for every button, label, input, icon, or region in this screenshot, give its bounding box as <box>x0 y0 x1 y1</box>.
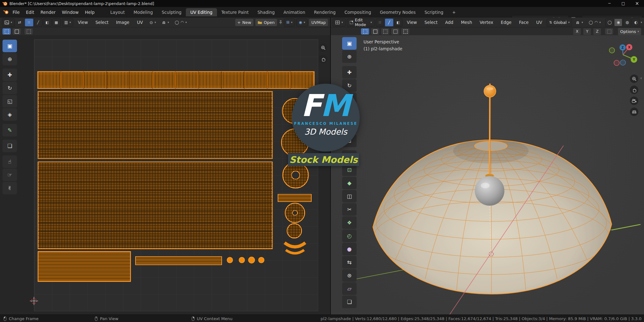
mesh-mode-edge[interactable]: ╱ <box>385 19 393 26</box>
vp-menu-select[interactable]: Select <box>421 17 441 28</box>
uv-island-disc[interactable] <box>285 203 305 223</box>
axis-neg-y[interactable] <box>609 48 615 53</box>
tool-move[interactable]: ✚ <box>3 69 17 81</box>
proportional-editing-button[interactable]: ◯ ◠ ▾ <box>586 19 603 26</box>
vp-menu-vertex[interactable]: Vertex <box>476 17 496 28</box>
tab-scripting[interactable]: Scripting <box>420 8 448 16</box>
snap-button[interactable]: ▾ <box>573 19 585 26</box>
uv-mode-face[interactable]: ◧ <box>43 19 52 26</box>
chevron-down-icon[interactable]: ▾ <box>641 21 642 24</box>
tool-smooth[interactable]: ● <box>342 243 357 255</box>
select-extend-pill[interactable] <box>371 28 379 35</box>
tool-rotate[interactable]: ↻ <box>3 82 17 94</box>
select-subtract-pill[interactable] <box>381 28 389 35</box>
shading-material-icon[interactable]: ◍ <box>623 19 631 26</box>
mode-dropdown[interactable]: Edit Mode ▾ <box>347 19 375 26</box>
tool-spin[interactable]: ◴ <box>342 230 357 242</box>
options-button[interactable]: Options ▾ <box>618 28 641 36</box>
transform-orientation-dropdown[interactable]: ⇅ Global ▾ <box>547 19 572 26</box>
tool-annotate[interactable]: ✎ <box>3 124 17 136</box>
uv-canvas[interactable]: ▣ ⊕ ✚ ↻ ◱ ◈ ✎ ❏ ☝ ☞ ✌ <box>0 35 330 314</box>
mirror-z-button[interactable]: Z <box>593 28 601 35</box>
tool-poly-build[interactable]: ❖ <box>342 216 357 229</box>
tool-rip-region[interactable]: ❏ <box>3 140 17 152</box>
minimize-button[interactable]: ─ <box>602 0 616 7</box>
menu-help[interactable]: Help <box>82 7 98 18</box>
uv-tool-option-pill[interactable] <box>25 28 33 35</box>
tool-tweak-select[interactable]: ▣ <box>342 37 357 50</box>
light-bulb[interactable] <box>475 176 504 206</box>
snap-button[interactable]: ▾ <box>159 19 171 26</box>
tab-geometry-nodes[interactable]: Geometry Nodes <box>375 8 420 16</box>
select-intersect-pill[interactable] <box>401 28 409 35</box>
lampshade-mesh[interactable] <box>373 138 612 294</box>
tab-animation[interactable]: Animation <box>279 8 310 16</box>
uv-island-small-disc[interactable] <box>287 224 302 238</box>
vp-zoom-button[interactable] <box>630 75 638 83</box>
tool-grab[interactable]: ☝ <box>3 155 17 168</box>
axis-neg-z[interactable] <box>620 60 626 65</box>
shading-rendered-icon[interactable]: ◐ <box>632 19 640 26</box>
tool-cursor-2d[interactable]: ⊕ <box>3 53 17 65</box>
tool-tweak-select[interactable]: ▣ <box>3 40 17 52</box>
tool-shear[interactable]: ▱ <box>342 282 357 295</box>
uv-zoom-button[interactable] <box>319 43 327 52</box>
tab-shading[interactable]: Shading <box>253 8 279 16</box>
vp-menu-mesh[interactable]: Mesh <box>458 17 475 28</box>
vp-grid-ortho-button[interactable] <box>630 108 638 116</box>
snap-badge[interactable] <box>605 28 613 35</box>
editor-type-button[interactable]: ▾ <box>333 19 346 26</box>
uv-island-ring[interactable] <box>283 162 308 188</box>
uvmap-button[interactable]: UVMap <box>309 19 328 26</box>
uv-island-block-3[interactable] <box>38 252 130 281</box>
tab-compositing[interactable]: Compositing <box>340 8 375 16</box>
viewport-content[interactable]: User Perspective (1) pl2-lampshade ▣ ⊕ ✚… <box>331 35 644 314</box>
blender-menu-icon[interactable] <box>3 10 9 15</box>
tool-pinch[interactable]: ✌ <box>3 182 17 194</box>
vp-menu-add[interactable]: Add <box>442 17 457 28</box>
gizmos-dropdown[interactable]: ⊞ ▾ <box>284 19 295 26</box>
tool-scale[interactable]: ◱ <box>3 95 17 108</box>
vp-menu-face[interactable]: Face <box>516 17 532 28</box>
close-button[interactable]: × <box>630 0 644 7</box>
mirror-x-button[interactable]: X <box>573 28 581 35</box>
tool-move[interactable]: ✚ <box>342 66 357 79</box>
vp-menu-view[interactable]: View <box>404 17 420 28</box>
vp-menu-uv[interactable]: UV <box>533 17 545 28</box>
axis-neg-x[interactable] <box>614 60 619 66</box>
overlays-dropdown[interactable]: ◉ ▾ <box>296 19 308 26</box>
shading-wireframe-icon[interactable]: ◯ <box>605 19 613 26</box>
tab-texture-paint[interactable]: Texture Paint <box>217 8 253 16</box>
tool-edge-slide[interactable]: ⇆ <box>342 256 357 269</box>
sidebar-collapse-icon[interactable]: ‹ <box>640 75 642 80</box>
uv-island-thin-strip[interactable] <box>136 257 222 265</box>
open-image-button[interactable]: Open <box>255 19 277 26</box>
uv-menu-image[interactable]: Image <box>113 17 132 28</box>
tab-modeling[interactable]: Modeling <box>129 8 157 16</box>
vp-pan-button[interactable] <box>630 86 638 94</box>
vp-camera-view-button[interactable] <box>630 97 638 105</box>
tool-loop-cut[interactable]: ◫ <box>342 190 357 203</box>
uv-mode-edge[interactable]: ╱ <box>34 19 42 26</box>
navigation-gizmo[interactable]: Z X Y <box>608 40 637 69</box>
new-image-button[interactable]: + New <box>235 19 254 26</box>
shading-solid-icon[interactable]: ◉ <box>614 19 622 26</box>
tool-shrink-flatten[interactable]: ⊛ <box>342 269 357 282</box>
tool-relax[interactable]: ☞ <box>3 169 17 181</box>
proportional-editing-button[interactable]: ◯ ◠ ▾ <box>172 19 189 26</box>
select-invert-pill[interactable] <box>391 28 399 35</box>
tool-bevel[interactable]: ◆ <box>342 177 357 189</box>
uv-menu-view[interactable]: View <box>75 17 91 28</box>
uv-tool-option-pill[interactable] <box>13 28 21 35</box>
uv-island-strip[interactable] <box>38 72 314 88</box>
tab-uv-editing[interactable]: UV Editing <box>186 8 217 16</box>
uv-island-block-2[interactable] <box>38 162 272 249</box>
menu-file[interactable]: File <box>9 7 23 18</box>
uv-island-bar[interactable] <box>278 194 311 202</box>
uv-island-block-1[interactable] <box>38 92 272 158</box>
uv-island-dots[interactable] <box>227 257 264 263</box>
vp-menu-edge[interactable]: Edge <box>498 17 515 28</box>
select-new-pill[interactable] <box>361 28 369 35</box>
editor-type-button[interactable]: ▾ <box>2 19 15 26</box>
tool-cursor-3d[interactable]: ⊕ <box>342 50 357 63</box>
